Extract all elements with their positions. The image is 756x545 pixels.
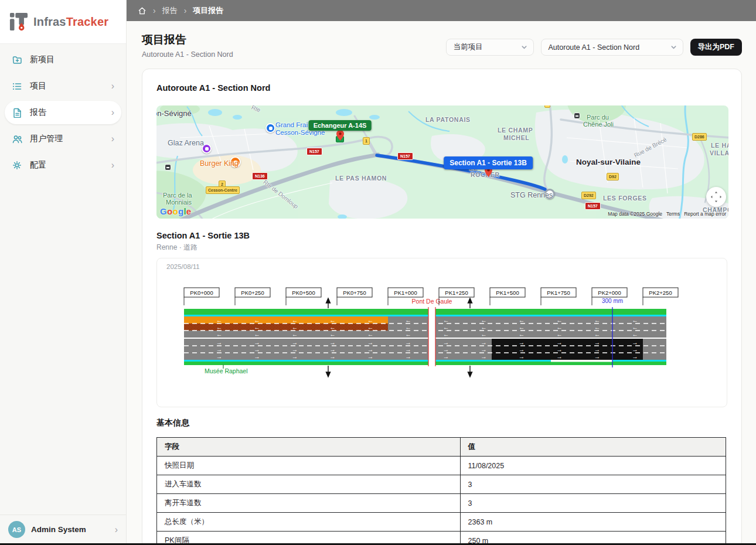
svg-text:→: → bbox=[405, 353, 411, 360]
svg-text:→: → bbox=[519, 346, 525, 353]
chevron-down-icon bbox=[670, 44, 677, 50]
section-subtitle: Renne · 道路 bbox=[156, 243, 727, 253]
svg-text:←: ← bbox=[329, 316, 336, 323]
table-row: 进入车道数3 bbox=[157, 475, 726, 494]
svg-text:→: → bbox=[329, 346, 336, 353]
avatar: AS bbox=[8, 521, 25, 538]
svg-text:→: → bbox=[594, 339, 601, 346]
sidebar-item-label: 报告 bbox=[30, 107, 104, 118]
bridge-label: Pont De Gaule bbox=[412, 298, 452, 305]
project-select[interactable]: 当前项目 bbox=[446, 39, 534, 56]
svg-text:PK1+000: PK1+000 bbox=[394, 289, 417, 296]
chevron-separator-icon: › bbox=[153, 6, 156, 15]
road-shield: N157 bbox=[585, 202, 601, 210]
svg-text:→: → bbox=[556, 353, 563, 360]
sidebar-item-settings[interactable]: 配置› bbox=[5, 154, 121, 177]
home-icon[interactable] bbox=[138, 6, 147, 15]
svg-text:←: ← bbox=[329, 331, 336, 338]
info-table: 字段 值 快照日期11/08/2025进入车道数3离开车道数3总长度（米）236… bbox=[156, 437, 726, 545]
section-select[interactable]: Autoroute A1 - Section Nord bbox=[541, 39, 683, 56]
svg-text:←: ← bbox=[519, 316, 525, 323]
svg-text:→: → bbox=[443, 346, 449, 353]
sidebar-item-projects[interactable]: 项目› bbox=[5, 74, 121, 98]
map[interactable]: on-SévignéGrand FraiCesson-SévignéGlaz A… bbox=[156, 105, 728, 219]
user-menu[interactable]: AS Admin System › bbox=[0, 515, 126, 544]
project-select-value: 当前项目 bbox=[454, 42, 483, 52]
transit-station-icon bbox=[574, 113, 580, 119]
svg-text:←: ← bbox=[443, 331, 449, 338]
svg-text:→: → bbox=[481, 353, 487, 360]
svg-text:→: → bbox=[254, 353, 260, 360]
width-label: 300 mm bbox=[602, 298, 623, 304]
transit-station-icon bbox=[165, 164, 171, 171]
map-place-label: Burger King bbox=[200, 159, 239, 168]
pan-arrows-icon bbox=[709, 189, 724, 205]
chevron-separator-icon: › bbox=[184, 6, 187, 15]
road-diagram: ←←←←←←←←←←←←←←←←←←←←←←←←←←←←←←←←←←←←→→→→… bbox=[157, 258, 727, 407]
section-title: Section A1 - Sortie 13B bbox=[156, 231, 727, 240]
report-card: Autoroute A1 - Section Nord bbox=[142, 69, 742, 545]
google-logo: Google bbox=[160, 206, 192, 216]
map-pin-icon[interactable] bbox=[336, 130, 344, 141]
svg-text:PK1+500: PK1+500 bbox=[496, 289, 519, 296]
svg-text:←: ← bbox=[632, 331, 638, 338]
svg-text:←: ← bbox=[481, 323, 487, 331]
svg-text:PK2+000: PK2+000 bbox=[598, 289, 621, 296]
svg-text:←: ← bbox=[367, 316, 374, 323]
svg-text:→: → bbox=[443, 339, 449, 346]
svg-text:←: ← bbox=[594, 316, 601, 323]
chevron-right-icon: › bbox=[111, 108, 114, 117]
report-card-title: Autoroute A1 - Section Nord bbox=[156, 83, 727, 93]
table-cell: 11/08/2025 bbox=[460, 457, 726, 475]
export-pdf-button[interactable]: 导出为PDF bbox=[690, 39, 743, 56]
breadcrumb: › 报告 › 项目报告 bbox=[127, 0, 756, 21]
sidebar-item-reports[interactable]: 报告› bbox=[5, 101, 121, 124]
road-shield: D286 bbox=[692, 133, 707, 141]
svg-text:→: → bbox=[405, 339, 411, 346]
sidebar-item-user-management[interactable]: 用户管理› bbox=[5, 127, 121, 151]
table-row: 离开车道数3 bbox=[157, 494, 726, 513]
svg-text:←: ← bbox=[367, 323, 374, 331]
map-place-label: Noyal-sur-Vilaine bbox=[576, 158, 641, 166]
svg-text:←: ← bbox=[292, 323, 298, 331]
road-shield: N136 bbox=[252, 172, 268, 180]
svg-text:→: → bbox=[519, 353, 525, 360]
road-shield: N157 bbox=[397, 152, 413, 160]
shoulder-strip bbox=[551, 360, 612, 362]
svg-text:→: → bbox=[632, 339, 638, 346]
marker-label-section[interactable]: Section A1 - Sortie 13B bbox=[444, 156, 533, 169]
svg-text:←: ← bbox=[216, 316, 223, 323]
breadcrumb-project-report: 项目报告 bbox=[193, 5, 223, 16]
table-cell: 离开车道数 bbox=[157, 494, 461, 513]
svg-text:→: → bbox=[216, 346, 223, 353]
svg-text:PK0+750: PK0+750 bbox=[343, 289, 366, 296]
chevron-down-icon bbox=[521, 44, 527, 50]
sidebar-item-new-project[interactable]: 新项目 bbox=[5, 48, 121, 71]
terms-link[interactable]: Terms bbox=[666, 211, 680, 217]
sidebar: InfrasTracker 新项目项目›报告›用户管理›配置› AS Admin… bbox=[0, 0, 127, 545]
svg-text:→: → bbox=[556, 346, 563, 353]
map-pan-control[interactable] bbox=[706, 187, 726, 207]
map-place-label: MICHEL bbox=[503, 134, 529, 141]
gear-icon bbox=[12, 160, 22, 171]
map-place-label: LES FORGES bbox=[603, 195, 647, 202]
svg-text:→: → bbox=[405, 346, 411, 353]
user-name: Admin System bbox=[31, 525, 109, 534]
svg-text:→: → bbox=[329, 353, 336, 360]
svg-text:→: → bbox=[292, 339, 298, 346]
marker-label-echangeur[interactable]: Echangeur A-14S bbox=[309, 120, 372, 131]
chevron-right-icon: › bbox=[111, 161, 114, 170]
svg-text:←: ← bbox=[254, 316, 260, 323]
report-error-link[interactable]: Report a map error bbox=[684, 211, 726, 217]
bridge-marker bbox=[428, 307, 435, 366]
svg-text:PK0+500: PK0+500 bbox=[292, 289, 315, 296]
svg-text:→: → bbox=[216, 339, 223, 346]
list-icon bbox=[12, 81, 22, 91]
road-shield bbox=[544, 105, 550, 108]
svg-text:→: → bbox=[519, 339, 525, 346]
svg-text:→: → bbox=[632, 353, 638, 360]
sidebar-item-label: 项目 bbox=[30, 81, 104, 91]
chevron-right-icon: › bbox=[111, 134, 114, 144]
main-content: 项目报告 Autoroute A1 - Section Nord 当前项目 Au… bbox=[127, 21, 756, 545]
breadcrumb-reports[interactable]: 报告 bbox=[162, 5, 178, 16]
